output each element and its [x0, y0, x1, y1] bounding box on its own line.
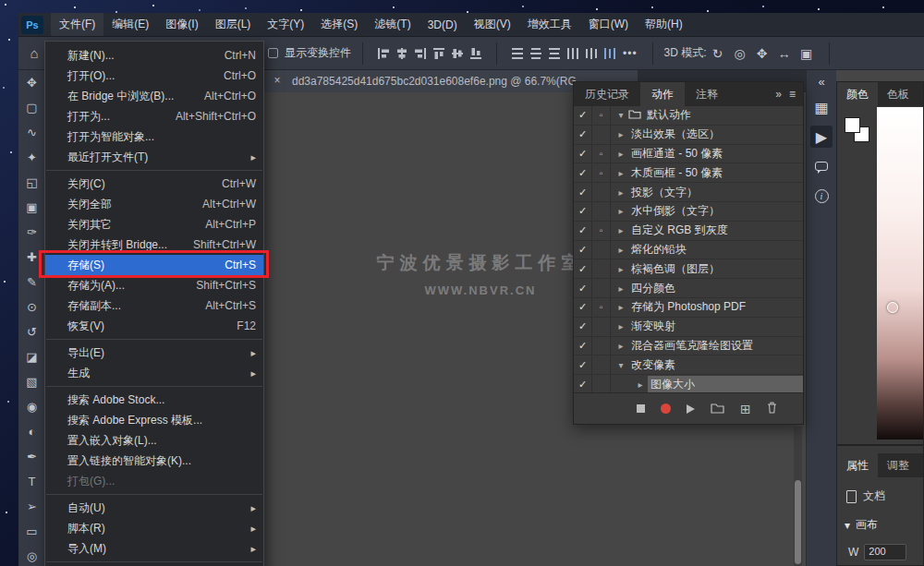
- history-brush-tool[interactable]: ↺: [18, 319, 45, 344]
- distribute-bottom-icon[interactable]: [545, 46, 564, 61]
- check-icon[interactable]: ✓: [574, 259, 592, 278]
- menu-item-scripts[interactable]: 脚本(R)▸: [45, 518, 263, 538]
- chevron-right-icon[interactable]: ▸: [614, 302, 628, 312]
- action-row[interactable]: ✓ ▸ 水中倒影（文字）: [574, 202, 803, 222]
- slide-icon[interactable]: ↔: [773, 46, 796, 61]
- tab-swatches[interactable]: 色板: [878, 82, 918, 106]
- check-icon[interactable]: ✓: [574, 375, 592, 392]
- chevron-right-icon[interactable]: ▸: [614, 225, 628, 235]
- menu-type[interactable]: 文字(Y): [259, 13, 312, 36]
- path-selection-tool[interactable]: ➢: [18, 494, 45, 519]
- menu-item-export[interactable]: 导出(E)▸: [45, 343, 263, 363]
- blur-tool[interactable]: ◉: [18, 394, 45, 419]
- menu-item-close-others[interactable]: 关闭其它Alt+Ctrl+P: [45, 214, 263, 235]
- chevron-right-icon[interactable]: ▸: [614, 206, 628, 216]
- menu-item-search-adobe-express[interactable]: 搜索 Adobe Express 模板...: [45, 410, 263, 430]
- camera-icon[interactable]: ▣: [796, 46, 818, 61]
- check-icon[interactable]: ✓: [574, 355, 592, 374]
- delete-button[interactable]: [767, 401, 777, 417]
- actions-panel-icon[interactable]: ▶: [810, 126, 833, 148]
- tab-notes[interactable]: 注释: [685, 82, 729, 106]
- dialog-toggle-icon[interactable]: ▫: [592, 106, 611, 125]
- chevron-right-icon[interactable]: ▸: [614, 341, 628, 351]
- chevron-right-icon[interactable]: ▸: [633, 379, 648, 390]
- notes-panel-icon[interactable]: [810, 155, 833, 177]
- check-icon[interactable]: ✓: [574, 298, 592, 317]
- menu-item-place-linked[interactable]: 置入链接的智能对象(K)...: [45, 451, 263, 471]
- collapse-panel-icon[interactable]: »: [775, 88, 782, 101]
- check-icon[interactable]: ✓: [574, 163, 592, 182]
- align-center-horizontal-icon[interactable]: [393, 46, 411, 61]
- align-center-vertical-icon[interactable]: [448, 46, 467, 61]
- menu-item-generate[interactable]: 生成▸: [45, 363, 263, 383]
- action-row[interactable]: ✓ ▫ ▸ 木质画框 - 50 像素: [574, 163, 803, 183]
- close-icon[interactable]: ×: [271, 74, 284, 87]
- align-bottom-icon[interactable]: [467, 46, 485, 61]
- action-row[interactable]: ✓ ▸ 四分颜色: [574, 279, 803, 298]
- menu-item-close-all[interactable]: 关闭全部Alt+Ctrl+W: [45, 194, 263, 214]
- align-right-icon[interactable]: [411, 46, 430, 61]
- check-icon[interactable]: ✓: [574, 222, 592, 240]
- scrollbar-thumb[interactable]: [795, 480, 801, 564]
- chevron-right-icon[interactable]: ▸: [614, 245, 628, 255]
- dialog-toggle-placeholder[interactable]: [592, 279, 611, 297]
- tab-history[interactable]: 历史记录: [574, 82, 640, 106]
- gradient-tool[interactable]: ▧: [18, 369, 45, 394]
- foreground-background-swatches[interactable]: [845, 117, 872, 145]
- action-row[interactable]: ✓ ▸ 渐变映射: [574, 318, 803, 337]
- dialog-toggle-placeholder[interactable]: [592, 259, 611, 278]
- canvas-section-header[interactable]: ▾ 画布: [837, 504, 923, 533]
- tab-adjustments[interactable]: 调整: [878, 453, 918, 477]
- align-top-icon[interactable]: [430, 46, 448, 61]
- menu-image[interactable]: 图像(I): [157, 13, 206, 36]
- check-icon[interactable]: ✓: [574, 318, 592, 336]
- dialog-toggle-placeholder[interactable]: [592, 202, 611, 221]
- menu-edit[interactable]: 编辑(E): [103, 13, 157, 36]
- tab-actions[interactable]: 动作: [640, 82, 685, 106]
- dialog-toggle-icon[interactable]: ▫: [592, 163, 611, 182]
- chevron-right-icon[interactable]: ▸: [614, 168, 628, 178]
- more-options-button[interactable]: •••: [623, 47, 638, 60]
- tab-properties[interactable]: 属性: [837, 453, 878, 477]
- move-tool[interactable]: ✥: [18, 70, 45, 95]
- menu-item-open-recent[interactable]: 最近打开文件(T)▸: [45, 147, 263, 167]
- menu-plugins[interactable]: 增效工具: [519, 13, 580, 36]
- action-row[interactable]: ✓ ▾ 改变像素: [574, 355, 803, 375]
- distribute-left-icon[interactable]: [564, 46, 582, 61]
- chevron-right-icon[interactable]: ▸: [614, 149, 628, 159]
- dialog-toggle-placeholder[interactable]: [592, 183, 611, 201]
- action-row[interactable]: ✓ ▫ ▸ 存储为 Photoshop PDF: [574, 298, 803, 318]
- show-transform-checkbox[interactable]: [268, 48, 278, 58]
- lasso-tool[interactable]: ∿: [18, 120, 45, 145]
- menu-3d[interactable]: 3D(D): [419, 13, 466, 36]
- align-left-icon[interactable]: [374, 46, 393, 61]
- menu-item-save-as[interactable]: 存储为(A)...Shift+Ctrl+S: [45, 275, 263, 295]
- rectangle-tool[interactable]: ▭: [18, 519, 45, 544]
- tab-color[interactable]: 颜色: [837, 82, 878, 106]
- canvas-vertical-scrollbar[interactable]: [794, 427, 802, 566]
- action-row[interactable]: ✓ ▸ 棕褐色调（图层）: [574, 259, 803, 279]
- menu-item-open-as[interactable]: 打开为...Alt+Shift+Ctrl+O: [45, 106, 263, 126]
- action-set-row[interactable]: ✓ ▫ ▾ 默认动作: [574, 106, 803, 126]
- menu-window[interactable]: 窗口(W): [580, 13, 637, 36]
- dialog-toggle-icon[interactable]: ▫: [592, 298, 611, 317]
- chevron-right-icon[interactable]: ▸: [614, 283, 628, 294]
- dialog-toggle-placeholder[interactable]: [592, 355, 611, 374]
- roll-icon[interactable]: ◎: [729, 46, 751, 61]
- action-row[interactable]: ✓ ▫ ▸ 自定义 RGB 到灰度: [574, 222, 803, 241]
- orbit-icon[interactable]: ↻: [707, 46, 729, 61]
- distribute-right-icon[interactable]: [601, 46, 619, 61]
- record-button[interactable]: [661, 403, 671, 414]
- dialog-toggle-icon[interactable]: ▫: [592, 222, 611, 240]
- distribute-horizontal-center-icon[interactable]: [582, 46, 601, 61]
- dialog-toggle-placeholder[interactable]: [592, 318, 611, 336]
- menu-item-search-adobe-stock[interactable]: 搜索 Adobe Stock...: [45, 390, 263, 410]
- width-input[interactable]: 200: [864, 544, 906, 560]
- chevron-right-icon[interactable]: ▸: [614, 129, 628, 139]
- menu-item-new[interactable]: 新建(N)...Ctrl+N: [45, 45, 263, 66]
- chevron-right-icon[interactable]: ▸: [614, 321, 628, 331]
- distribute-vertical-center-icon[interactable]: [527, 46, 545, 61]
- color-picker-marker[interactable]: [887, 302, 898, 313]
- tab-gradients[interactable]: 渐变: [918, 82, 924, 106]
- action-row[interactable]: ✓ ▫ ▸ 画框通道 - 50 像素: [574, 145, 803, 164]
